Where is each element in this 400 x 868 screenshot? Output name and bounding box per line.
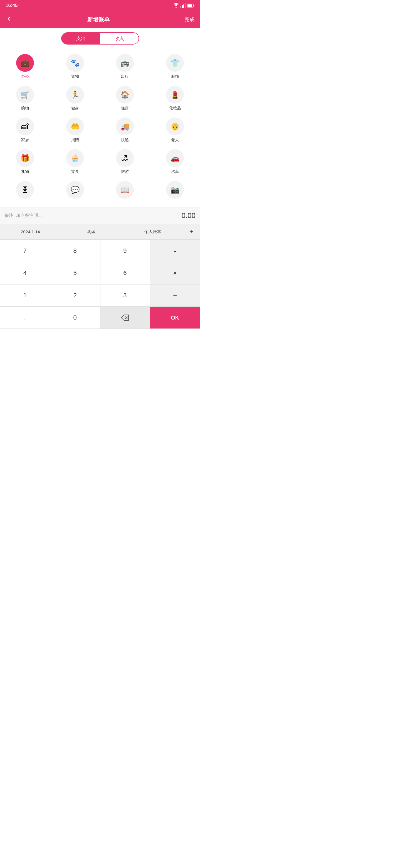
operator-btn-2-3[interactable]: ÷ (150, 284, 200, 307)
category-label-fitness: 健身 (71, 106, 79, 111)
svg-rect-1 (182, 5, 183, 8)
payment-cell[interactable]: 现金 (61, 224, 123, 239)
category-icon-snack: 🧁 (66, 149, 84, 167)
svg-rect-2 (183, 4, 184, 8)
amount-display: 0.00 (181, 211, 196, 220)
ok-button[interactable]: OK (150, 307, 200, 329)
numpad: 789-456×123÷.0OK (0, 240, 200, 329)
category-icon-gift: 🎁 (16, 149, 34, 167)
category-icon-clothes: 👕 (166, 54, 184, 72)
num-btn-9[interactable]: 9 (100, 240, 150, 262)
category-icon-chat: 💬 (66, 181, 84, 199)
tab-group: 支出 收入 (61, 32, 139, 44)
category-label-housing: 住房 (121, 106, 129, 111)
tab-income[interactable]: 收入 (100, 33, 138, 44)
category-label-travel: 旅游 (121, 169, 129, 174)
category-item-express[interactable]: 🚚快递 (100, 114, 150, 146)
category-icon-storage: 🗄 (16, 181, 34, 199)
category-item-storage[interactable]: 🗄 (0, 178, 50, 204)
tab-switcher: 支出 收入 (0, 28, 200, 48)
category-icon-fitness: 🏃 (66, 86, 84, 103)
category-label-transport: 出行 (121, 74, 129, 79)
category-item-car[interactable]: 🚗汽车 (150, 146, 200, 178)
num-btn-7[interactable]: 7 (0, 240, 50, 262)
num-btn-5[interactable]: 5 (50, 262, 100, 284)
page-title: 新增账单 (87, 16, 110, 23)
category-item-travel[interactable]: 🏖旅游 (100, 146, 150, 178)
category-label-car: 汽车 (171, 169, 179, 174)
category-item-furniture[interactable]: 🛋家居 (0, 114, 50, 146)
category-item-chat[interactable]: 💬 (50, 178, 100, 204)
category-icon-camera: 📷 (166, 181, 184, 199)
num-btn-4[interactable]: 4 (0, 262, 50, 284)
num-btn-.[interactable]: . (0, 307, 50, 329)
category-item-gift[interactable]: 🎁礼物 (0, 146, 50, 178)
backspace-button[interactable] (100, 307, 150, 329)
status-time: 16:45 (6, 3, 18, 8)
category-icon-office: 💼 (16, 54, 34, 72)
category-item-housing[interactable]: 🏠住房 (100, 83, 150, 114)
tab-expense[interactable]: 支出 (62, 33, 100, 44)
category-label-pet: 宠物 (71, 74, 79, 79)
svg-rect-3 (185, 3, 186, 8)
add-cell[interactable]: + (183, 224, 200, 239)
backspace-icon (121, 315, 129, 321)
category-icon-elderly: 👴 (166, 118, 184, 135)
category-label-gift: 礼物 (21, 169, 29, 174)
category-item-cosmetics[interactable]: 💄化妆品 (150, 83, 200, 114)
category-icon-housing: 🏠 (116, 86, 134, 103)
category-icon-cosmetics: 💄 (166, 86, 184, 103)
status-icons (173, 3, 194, 8)
category-icon-pet: 🐾 (66, 54, 84, 72)
category-item-donation[interactable]: 🤲捐赠 (50, 114, 100, 146)
category-icon-transport: 🚌 (116, 54, 134, 72)
category-icon-donation: 🤲 (66, 118, 84, 135)
wifi-icon (173, 3, 179, 8)
category-label-furniture: 家居 (21, 137, 29, 143)
category-icon-express: 🚚 (116, 118, 134, 135)
category-icon-furniture: 🛋 (16, 118, 34, 135)
num-btn-0[interactable]: 0 (50, 307, 100, 329)
account-cell[interactable]: 个人账本 (122, 224, 183, 239)
num-btn-8[interactable]: 8 (50, 240, 100, 262)
category-item-shopping[interactable]: 🛒购物 (0, 83, 50, 114)
svg-rect-0 (180, 6, 181, 8)
num-btn-2[interactable]: 2 (50, 284, 100, 307)
category-item-elderly[interactable]: 👴老人 (150, 114, 200, 146)
category-label-clothes: 服饰 (171, 74, 179, 79)
category-label-snack: 零食 (71, 169, 79, 174)
battery-icon (187, 4, 194, 7)
svg-rect-6 (194, 5, 194, 6)
category-icon-travel: 🏖 (116, 149, 134, 167)
category-item-book[interactable]: 📖 (100, 178, 150, 204)
category-grid: 💼办公🐾宠物🚌出行👕服饰🛒购物🏃健身🏠住房💄化妆品🛋家居🤲捐赠🚚快递👴老人🎁礼物… (0, 48, 200, 207)
category-label-shopping: 购物 (21, 106, 29, 111)
done-button[interactable]: 完成 (185, 16, 194, 23)
category-item-transport[interactable]: 🚌出行 (100, 51, 150, 83)
date-cell[interactable]: 2024-1-14 (0, 224, 61, 239)
notes-label[interactable]: 备注: 加点备注呗... (4, 213, 42, 219)
num-btn-1[interactable]: 1 (0, 284, 50, 307)
header: 新增账单 完成 (0, 11, 200, 28)
category-label-express: 快递 (121, 137, 129, 143)
category-icon-car: 🚗 (166, 149, 184, 167)
category-item-clothes[interactable]: 👕服饰 (150, 51, 200, 83)
num-btn-6[interactable]: 6 (100, 262, 150, 284)
category-label-donation: 捐赠 (71, 137, 79, 143)
category-item-office[interactable]: 💼办公 (0, 51, 50, 83)
operator-btn-1-3[interactable]: × (150, 262, 200, 284)
category-item-camera[interactable]: 📷 (150, 178, 200, 204)
category-label-office: 办公 (21, 74, 29, 79)
status-bar: 16:45 (0, 0, 200, 11)
signal-icon (180, 3, 186, 8)
category-item-snack[interactable]: 🧁零食 (50, 146, 100, 178)
info-row: 2024-1-14 现金 个人账本 + (0, 224, 200, 240)
back-button[interactable] (6, 15, 12, 24)
category-item-fitness[interactable]: 🏃健身 (50, 83, 100, 114)
category-icon-book: 📖 (116, 181, 134, 199)
notes-row: 备注: 加点备注呗... 0.00 (0, 207, 200, 224)
category-label-elderly: 老人 (171, 137, 179, 143)
category-item-pet[interactable]: 🐾宠物 (50, 51, 100, 83)
num-btn-3[interactable]: 3 (100, 284, 150, 307)
operator-btn-0-3[interactable]: - (150, 240, 200, 262)
